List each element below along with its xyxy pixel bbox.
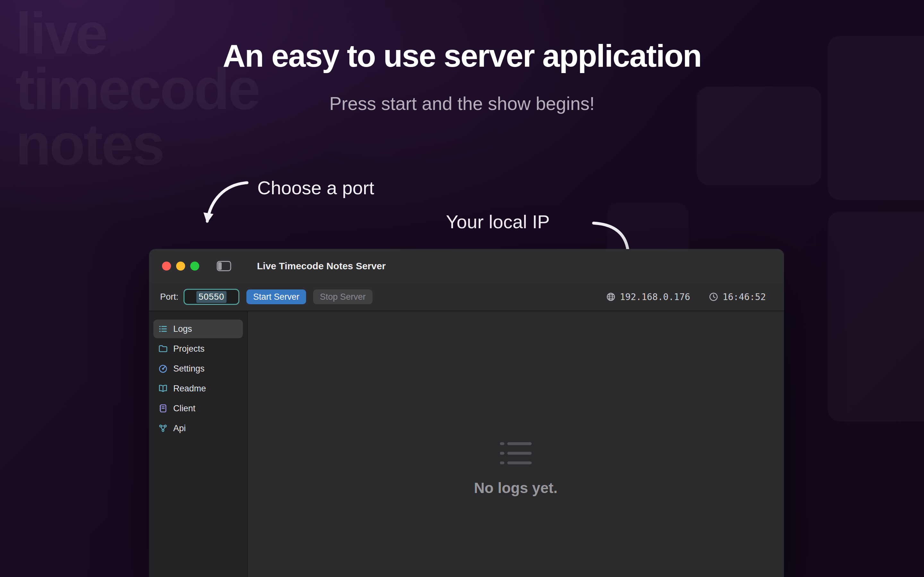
title-bar: Live Timecode Notes Server: [149, 249, 784, 283]
empty-state-text: No logs yet.: [474, 479, 557, 496]
sidebar-item-settings[interactable]: Settings: [153, 359, 243, 378]
sidebar-item-label: Api: [173, 424, 186, 434]
port-label: Port:: [160, 292, 178, 302]
port-value: 50550: [196, 291, 226, 303]
page-title: An easy to use server application: [0, 38, 924, 74]
clock-value: 16:46:52: [722, 292, 766, 302]
sidebar-item-label: Logs: [173, 324, 192, 334]
local-ip-value: 192.168.0.176: [620, 292, 690, 302]
gauge-icon: [158, 364, 168, 374]
sidebar-item-readme[interactable]: Readme: [153, 379, 243, 398]
sidebar: Logs Projects Settings: [149, 311, 248, 577]
page-subtitle: Press start and the show begins!: [0, 93, 924, 114]
zoom-button[interactable]: [190, 261, 199, 271]
sidebar-item-label: Settings: [173, 364, 205, 374]
window-main: Logs Projects Settings: [149, 311, 784, 577]
sidebar-item-label: Projects: [173, 344, 205, 354]
arrow-to-port: [207, 183, 247, 221]
port-input[interactable]: 50550: [184, 289, 239, 305]
sidebar-item-projects[interactable]: Projects: [153, 340, 243, 358]
traffic-lights: [162, 261, 199, 271]
journal-icon: [158, 404, 168, 413]
logs-pane: No logs yet.: [248, 311, 784, 577]
start-server-button[interactable]: Start Server: [246, 290, 306, 304]
minimize-button[interactable]: [176, 261, 185, 271]
annotation-choose-port: Choose a port: [257, 177, 374, 198]
clock-icon: [709, 292, 718, 301]
list-icon: [158, 324, 168, 334]
sidebar-item-label: Readme: [173, 384, 206, 394]
close-button[interactable]: [162, 261, 171, 271]
book-icon: [158, 384, 168, 393]
sidebar-item-label: Client: [173, 404, 195, 414]
watermark-line: notes: [15, 117, 259, 172]
sidebar-item-api[interactable]: Api: [153, 419, 243, 438]
app-window: Live Timecode Notes Server Port: 50550 S…: [149, 249, 784, 577]
sidebar-item-client[interactable]: Client: [153, 399, 243, 418]
background-watermark: live timecode notes: [15, 6, 259, 172]
empty-state: No logs yet.: [474, 440, 557, 496]
toolbar: Port: 50550 Start Server Stop Server 192…: [149, 283, 784, 311]
empty-list-icon: [499, 440, 533, 466]
window-title: Live Timecode Notes Server: [257, 261, 386, 271]
status-group: 192.168.0.176 16:46:52: [606, 292, 766, 302]
globe-icon: [606, 292, 615, 301]
annotation-local-ip: Your local IP: [446, 211, 550, 232]
background-panel: [828, 211, 924, 422]
folder-icon: [158, 344, 168, 354]
stop-server-button[interactable]: Stop Server: [313, 290, 373, 304]
sidebar-toggle-icon[interactable]: [216, 260, 231, 272]
sidebar-item-logs[interactable]: Logs: [153, 319, 243, 338]
network-icon: [158, 424, 168, 433]
